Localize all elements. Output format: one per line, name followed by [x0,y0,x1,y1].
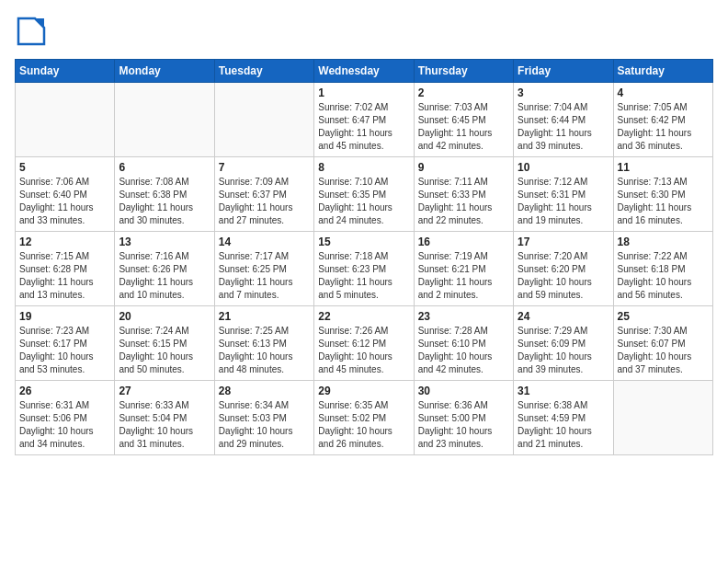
day-info: Sunrise: 7:02 AM Sunset: 6:47 PM Dayligh… [318,101,409,153]
calendar-day-cell [115,83,214,157]
calendar-day-cell: 6Sunrise: 7:08 AM Sunset: 6:38 PM Daylig… [115,157,214,232]
day-of-week-header: Thursday [414,60,513,83]
calendar-day-cell: 18Sunrise: 7:22 AM Sunset: 6:18 PM Dayli… [613,232,712,306]
day-number: 28 [219,385,310,397]
day-number: 14 [219,236,310,248]
logo-icon [15,15,48,48]
calendar-table: SundayMondayTuesdayWednesdayThursdayFrid… [15,59,713,455]
day-number: 3 [518,86,609,99]
calendar-day-cell: 29Sunrise: 6:35 AM Sunset: 5:02 PM Dayli… [314,381,414,455]
day-number: 8 [318,161,409,174]
day-info: Sunrise: 7:26 AM Sunset: 6:12 PM Dayligh… [318,325,409,376]
calendar-day-cell: 12Sunrise: 7:15 AM Sunset: 6:28 PM Dayli… [16,232,115,306]
day-number: 5 [19,161,110,174]
calendar-day-cell: 21Sunrise: 7:25 AM Sunset: 6:13 PM Dayli… [214,306,313,381]
calendar-day-cell: 10Sunrise: 7:12 AM Sunset: 6:31 PM Dayli… [514,157,613,232]
day-info: Sunrise: 6:35 AM Sunset: 5:02 PM Dayligh… [318,399,409,451]
day-info: Sunrise: 7:30 AM Sunset: 6:07 PM Dayligh… [618,325,709,376]
day-info: Sunrise: 7:18 AM Sunset: 6:23 PM Dayligh… [318,250,409,302]
day-info: Sunrise: 7:09 AM Sunset: 6:37 PM Dayligh… [219,176,310,227]
calendar-day-cell: 22Sunrise: 7:26 AM Sunset: 6:12 PM Dayli… [314,306,414,381]
day-number: 18 [618,236,709,248]
calendar-day-cell: 5Sunrise: 7:06 AM Sunset: 6:40 PM Daylig… [16,157,115,232]
day-number: 23 [418,310,509,323]
day-info: Sunrise: 7:10 AM Sunset: 6:35 PM Dayligh… [318,176,409,227]
day-number: 22 [318,310,409,323]
calendar-day-cell: 4Sunrise: 7:05 AM Sunset: 6:42 PM Daylig… [613,83,712,157]
day-info: Sunrise: 7:24 AM Sunset: 6:15 PM Dayligh… [119,325,210,376]
day-info: Sunrise: 6:33 AM Sunset: 5:04 PM Dayligh… [119,399,210,451]
day-info: Sunrise: 6:38 AM Sunset: 4:59 PM Dayligh… [518,399,609,451]
calendar-day-cell: 26Sunrise: 6:31 AM Sunset: 5:06 PM Dayli… [16,381,115,455]
day-info: Sunrise: 7:15 AM Sunset: 6:28 PM Dayligh… [19,250,110,302]
day-number: 29 [318,385,409,397]
calendar-day-cell: 7Sunrise: 7:09 AM Sunset: 6:37 PM Daylig… [214,157,313,232]
calendar-day-cell: 1Sunrise: 7:02 AM Sunset: 6:47 PM Daylig… [314,83,414,157]
day-of-week-header: Wednesday [314,60,414,83]
day-of-week-header: Saturday [613,60,712,83]
day-info: Sunrise: 7:22 AM Sunset: 6:18 PM Dayligh… [618,250,709,302]
day-number: 20 [119,310,210,323]
calendar-day-cell: 14Sunrise: 7:17 AM Sunset: 6:25 PM Dayli… [214,232,313,306]
day-number: 1 [318,86,409,99]
calendar-day-cell: 15Sunrise: 7:18 AM Sunset: 6:23 PM Dayli… [314,232,414,306]
day-of-week-header: Monday [115,60,214,83]
calendar-day-cell: 24Sunrise: 7:29 AM Sunset: 6:09 PM Dayli… [514,306,613,381]
page-header [15,15,713,48]
day-number: 27 [119,385,210,397]
day-info: Sunrise: 7:20 AM Sunset: 6:20 PM Dayligh… [518,250,609,302]
day-info: Sunrise: 7:17 AM Sunset: 6:25 PM Dayligh… [219,250,310,302]
calendar-day-cell: 16Sunrise: 7:19 AM Sunset: 6:21 PM Dayli… [414,232,513,306]
day-info: Sunrise: 6:31 AM Sunset: 5:06 PM Dayligh… [19,399,110,451]
day-number: 24 [518,310,609,323]
calendar-day-cell [613,381,712,455]
logo [15,15,51,48]
day-info: Sunrise: 7:05 AM Sunset: 6:42 PM Dayligh… [618,101,709,153]
day-info: Sunrise: 7:28 AM Sunset: 6:10 PM Dayligh… [418,325,509,376]
day-info: Sunrise: 7:03 AM Sunset: 6:45 PM Dayligh… [418,101,509,153]
day-number: 31 [518,385,609,397]
day-number: 13 [119,236,210,248]
day-info: Sunrise: 6:34 AM Sunset: 5:03 PM Dayligh… [219,399,310,451]
day-of-week-header: Friday [514,60,613,83]
day-info: Sunrise: 7:16 AM Sunset: 6:26 PM Dayligh… [119,250,210,302]
day-info: Sunrise: 7:25 AM Sunset: 6:13 PM Dayligh… [219,325,310,376]
day-info: Sunrise: 7:19 AM Sunset: 6:21 PM Dayligh… [418,250,509,302]
calendar-day-cell: 28Sunrise: 6:34 AM Sunset: 5:03 PM Dayli… [214,381,313,455]
calendar-day-cell: 13Sunrise: 7:16 AM Sunset: 6:26 PM Dayli… [115,232,214,306]
day-number: 30 [418,385,509,397]
calendar-week-row: 26Sunrise: 6:31 AM Sunset: 5:06 PM Dayli… [16,381,713,455]
calendar-day-cell: 2Sunrise: 7:03 AM Sunset: 6:45 PM Daylig… [414,83,513,157]
calendar-day-cell: 23Sunrise: 7:28 AM Sunset: 6:10 PM Dayli… [414,306,513,381]
day-info: Sunrise: 7:04 AM Sunset: 6:44 PM Dayligh… [518,101,609,153]
day-number: 16 [418,236,509,248]
day-info: Sunrise: 7:11 AM Sunset: 6:33 PM Dayligh… [418,176,509,227]
day-number: 19 [19,310,110,323]
day-info: Sunrise: 7:23 AM Sunset: 6:17 PM Dayligh… [19,325,110,376]
svg-marker-1 [35,18,44,28]
calendar-week-row: 19Sunrise: 7:23 AM Sunset: 6:17 PM Dayli… [16,306,713,381]
calendar-day-cell: 3Sunrise: 7:04 AM Sunset: 6:44 PM Daylig… [514,83,613,157]
day-number: 26 [19,385,110,397]
day-info: Sunrise: 7:06 AM Sunset: 6:40 PM Dayligh… [19,176,110,227]
day-info: Sunrise: 6:36 AM Sunset: 5:00 PM Dayligh… [418,399,509,451]
calendar-day-cell: 8Sunrise: 7:10 AM Sunset: 6:35 PM Daylig… [314,157,414,232]
day-info: Sunrise: 7:29 AM Sunset: 6:09 PM Dayligh… [518,325,609,376]
day-number: 11 [618,161,709,174]
calendar-header-row: SundayMondayTuesdayWednesdayThursdayFrid… [16,60,713,83]
calendar-day-cell: 20Sunrise: 7:24 AM Sunset: 6:15 PM Dayli… [115,306,214,381]
calendar-week-row: 5Sunrise: 7:06 AM Sunset: 6:40 PM Daylig… [16,157,713,232]
calendar-day-cell: 31Sunrise: 6:38 AM Sunset: 4:59 PM Dayli… [514,381,613,455]
day-of-week-header: Tuesday [214,60,313,83]
calendar-day-cell [16,83,115,157]
calendar-week-row: 12Sunrise: 7:15 AM Sunset: 6:28 PM Dayli… [16,232,713,306]
day-info: Sunrise: 7:13 AM Sunset: 6:30 PM Dayligh… [618,176,709,227]
day-number: 6 [119,161,210,174]
day-number: 12 [19,236,110,248]
day-number: 9 [418,161,509,174]
calendar-day-cell: 17Sunrise: 7:20 AM Sunset: 6:20 PM Dayli… [514,232,613,306]
calendar-week-row: 1Sunrise: 7:02 AM Sunset: 6:47 PM Daylig… [16,83,713,157]
day-number: 17 [518,236,609,248]
calendar-day-cell [214,83,313,157]
day-info: Sunrise: 7:12 AM Sunset: 6:31 PM Dayligh… [518,176,609,227]
